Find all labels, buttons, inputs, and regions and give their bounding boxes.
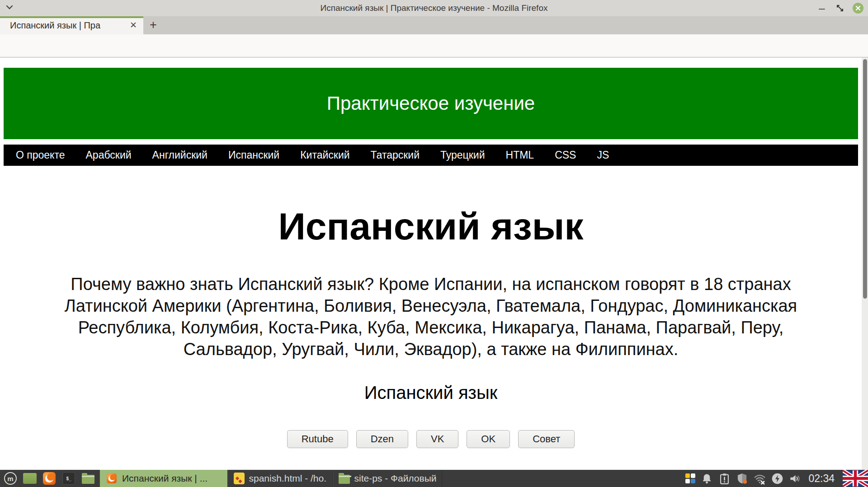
window-titlebar: Испанский язык | Практическое изучение -… bbox=[0, 0, 868, 16]
page-title: Испанский язык bbox=[0, 206, 862, 247]
link-button-row: Rutube Dzen VK OK Совет bbox=[0, 430, 862, 448]
paragraph-line: Республика, Колумбия, Коста-Рика, Куба, … bbox=[0, 317, 862, 338]
site-nav-link-html[interactable]: HTML bbox=[506, 149, 534, 161]
task-button-firefox[interactable]: Испанский язык | ... bbox=[99, 470, 228, 487]
close-x-icon bbox=[855, 5, 861, 11]
volume-icon[interactable] bbox=[789, 473, 801, 485]
show-desktop-button[interactable] bbox=[23, 472, 37, 485]
maximize-button[interactable] bbox=[835, 3, 845, 13]
mint-logo-icon: m bbox=[4, 472, 17, 485]
tab-spanish[interactable]: Испанский язык | Пра ✕ bbox=[0, 16, 143, 34]
folder-icon bbox=[82, 475, 94, 484]
task-label: site-ps - Файловый... bbox=[354, 473, 436, 484]
desktop-icon bbox=[23, 473, 37, 484]
new-tab-button[interactable]: + bbox=[146, 17, 161, 33]
firefox-icon bbox=[43, 472, 56, 485]
terminal-icon: $_ bbox=[62, 472, 75, 485]
site-nav-link-spanish[interactable]: Испанский bbox=[228, 149, 279, 161]
task-label: Испанский язык | ... bbox=[122, 473, 208, 484]
power-battery-icon[interactable] bbox=[771, 473, 783, 485]
site-nav-link-js[interactable]: JS bbox=[597, 149, 609, 161]
text-editor-icon bbox=[234, 473, 245, 484]
site-nav-link-english[interactable]: Английский bbox=[152, 149, 208, 161]
site-nav-link-turkish[interactable]: Турецкий bbox=[440, 149, 485, 161]
task-button-files[interactable]: site-ps - Файловый... bbox=[333, 470, 442, 487]
minimize-button[interactable]: – bbox=[816, 4, 827, 13]
taskbar: m $_ Испанский язык | ... spanish.htm bbox=[0, 470, 868, 487]
rutube-button[interactable]: Rutube bbox=[287, 430, 348, 448]
page-viewport: Практическое изучение О проекте Арабский… bbox=[0, 58, 868, 470]
paragraph-line: Сальвадор, Уругвай, Чили, Эквадор), а та… bbox=[0, 338, 862, 360]
wifi-disconnected-icon[interactable] bbox=[754, 473, 766, 485]
taskbar-launchers: m $_ bbox=[0, 472, 99, 485]
firefox-launcher[interactable] bbox=[42, 472, 56, 485]
paragraph-line: Почему важно знать Испанский язык? Кроме… bbox=[0, 273, 862, 295]
navigation-toolbar: file:///home/user/Рабочий стол/study/sit… bbox=[0, 34, 868, 57]
ok-button[interactable]: OK bbox=[467, 430, 510, 448]
sovet-button[interactable]: Совет bbox=[518, 430, 575, 448]
paragraph-line: Латинской Америки (Аргентина, Боливия, В… bbox=[0, 295, 862, 317]
folder-icon bbox=[339, 475, 350, 484]
site-nav-link-arabic[interactable]: Арабский bbox=[86, 149, 132, 161]
mint-menu-button[interactable]: m bbox=[4, 472, 17, 485]
file-manager-launcher[interactable] bbox=[81, 472, 95, 485]
site-header-banner: Практическое изучение bbox=[4, 68, 858, 139]
webpage-content: Практическое изучение О проекте Арабский… bbox=[0, 58, 862, 448]
titlebar-chevron-icon[interactable] bbox=[5, 4, 14, 11]
notifications-bell-icon[interactable] bbox=[701, 473, 713, 485]
clipboard-updates-icon[interactable] bbox=[718, 473, 731, 485]
desklets-tray-icon[interactable] bbox=[685, 473, 695, 483]
keyboard-layout-flag-icon[interactable] bbox=[843, 470, 868, 487]
vk-button[interactable]: VK bbox=[416, 430, 458, 448]
page-subtitle: Испанский язык bbox=[0, 383, 862, 403]
scrollbar-thumb[interactable] bbox=[863, 59, 867, 299]
site-banner-title: Практическое изучение bbox=[327, 93, 535, 114]
firewall-shield-icon[interactable] bbox=[736, 473, 748, 485]
intro-paragraph: Почему важно знать Испанский язык? Кроме… bbox=[0, 273, 862, 360]
dzen-button[interactable]: Dzen bbox=[356, 430, 408, 448]
site-nav-link-chinese[interactable]: Китайский bbox=[300, 149, 349, 161]
taskbar-windows: Испанский язык | ... spanish.html - /ho.… bbox=[99, 470, 442, 487]
scrollbar-track[interactable] bbox=[862, 58, 868, 470]
task-button-editor[interactable]: spanish.html - /ho... bbox=[228, 470, 333, 487]
close-button[interactable] bbox=[853, 3, 863, 14]
window-controls: – bbox=[816, 0, 868, 16]
site-nav-link-css[interactable]: CSS bbox=[555, 149, 576, 161]
site-nav-link-tatar[interactable]: Татарский bbox=[371, 149, 420, 161]
site-nav-link-about[interactable]: О проекте bbox=[16, 149, 65, 161]
tab-title-fade bbox=[104, 18, 126, 34]
tab-close-button[interactable]: ✕ bbox=[130, 20, 137, 30]
site-nav-bar: О проекте Арабский Английский Испанский … bbox=[4, 145, 858, 166]
tab-bar: Испанский язык | Пра ✕ + bbox=[0, 16, 868, 34]
desktop-screen: Испанский язык | Практическое изучение -… bbox=[0, 0, 868, 487]
taskbar-clock[interactable]: 02:34 bbox=[808, 473, 835, 485]
terminal-launcher[interactable]: $_ bbox=[62, 472, 75, 485]
system-tray: 02:34 bbox=[685, 470, 868, 487]
window-title: Испанский язык | Практическое изучение -… bbox=[321, 3, 548, 13]
firefox-icon bbox=[107, 473, 117, 483]
task-label: spanish.html - /ho... bbox=[249, 473, 327, 484]
